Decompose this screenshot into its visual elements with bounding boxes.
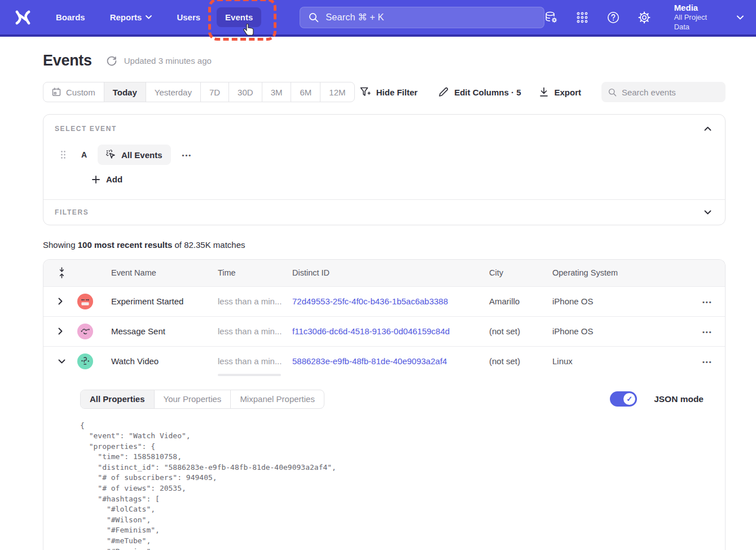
table-row[interactable]: Message Sent less than a min... f11c30d6… xyxy=(43,316,725,346)
expand-row-chevron-right-icon[interactable] xyxy=(58,298,66,305)
nav-item-users[interactable]: Users xyxy=(168,7,209,27)
city-cell: Amarillo xyxy=(489,296,552,306)
date-range-3m[interactable]: 3M xyxy=(262,82,292,102)
date-range-7d[interactable]: 7D xyxy=(201,82,229,102)
mixpanel-logo-icon[interactable] xyxy=(15,10,32,25)
avatar-icon xyxy=(77,294,93,309)
help-icon[interactable] xyxy=(606,11,620,24)
row-more-options-icon[interactable] xyxy=(699,354,716,368)
download-icon xyxy=(539,87,548,97)
chevron-down-icon xyxy=(146,15,152,19)
settings-gear-icon[interactable] xyxy=(638,11,651,24)
event-row-letter: A xyxy=(81,150,88,159)
date-range-custom[interactable]: Custom xyxy=(43,82,104,102)
cursor-pointer-icon xyxy=(243,24,255,37)
global-search-placeholder: Search ⌘ + K xyxy=(326,12,384,23)
collapse-all-rows-icon[interactable] xyxy=(58,267,65,278)
avatar-icon xyxy=(77,324,93,339)
top-nav: Boards Reports Users Events Search ⌘ + K xyxy=(0,0,756,37)
drag-handle-icon[interactable] xyxy=(60,150,66,159)
tab-all-properties[interactable]: All Properties xyxy=(81,390,155,408)
hide-filter-label: Hide Filter xyxy=(376,88,417,97)
nav-item-reports-label: Reports xyxy=(110,12,142,22)
event-json-content: { "event": "Watch Video", "properties": … xyxy=(80,421,714,550)
plus-icon xyxy=(92,176,100,184)
project-selector[interactable]: Media All Project Data xyxy=(674,2,710,32)
project-name: Media xyxy=(674,2,710,14)
date-range-segmented-control: Custom Today Yesterday 7D 30D 3M 6M 12M xyxy=(43,82,355,102)
filter-funnel-icon xyxy=(360,87,371,97)
os-cell: iPhone OS xyxy=(552,326,691,336)
column-header-operating-system[interactable]: Operating System xyxy=(552,268,691,277)
column-header-distinct-id[interactable]: Distinct ID xyxy=(292,268,489,277)
add-event-button[interactable]: Add xyxy=(92,174,122,184)
nav-item-boards[interactable]: Boards xyxy=(47,7,94,27)
search-events-input[interactable] xyxy=(622,88,719,97)
distinct-id-link[interactable]: f11c30d6-dc6d-4518-9136-0d046159c84d xyxy=(292,326,489,336)
expand-filters-chevron-down-icon[interactable] xyxy=(703,209,713,216)
distinct-id-link[interactable]: 72d49553-25fc-4f0c-b436-1b5ac6ab3388 xyxy=(292,296,489,306)
event-name-cell: Watch Video xyxy=(111,356,218,366)
project-chevron-down-icon[interactable] xyxy=(737,15,744,20)
row-more-options-icon[interactable] xyxy=(699,294,716,308)
refresh-icon[interactable] xyxy=(106,55,117,67)
search-events-box[interactable] xyxy=(601,82,726,102)
results-summary-count: 100 most recent results xyxy=(78,240,173,250)
event-detail-panel: All Properties Your Properties Mixpanel … xyxy=(43,376,725,550)
event-selector-pill[interactable]: All Events xyxy=(98,145,171,165)
edit-columns-label: Edit Columns · 5 xyxy=(454,88,521,97)
date-range-6m[interactable]: 6M xyxy=(291,82,320,102)
collapse-row-chevron-down-icon[interactable] xyxy=(58,359,66,364)
avatar-icon xyxy=(77,353,93,369)
nav-item-reports[interactable]: Reports xyxy=(102,7,161,27)
table-row[interactable]: Experiment Started less than a min... 72… xyxy=(43,286,725,316)
date-range-today[interactable]: Today xyxy=(104,82,146,102)
collapse-section-chevron-up-icon[interactable] xyxy=(703,125,713,132)
time-cell: less than a min... xyxy=(218,296,292,306)
table-row-expanded[interactable]: Watch Video less than a min... 5886283e-… xyxy=(43,346,725,376)
column-header-time[interactable]: Time xyxy=(218,268,292,277)
global-search-input[interactable]: Search ⌘ + K xyxy=(300,7,544,28)
tab-your-properties[interactable]: Your Properties xyxy=(155,390,231,408)
row-more-options-icon[interactable] xyxy=(699,324,716,338)
page-title: Events xyxy=(43,52,92,69)
properties-tabs: All Properties Your Properties Mixpanel … xyxy=(80,390,324,409)
horizontal-scrollbar-thumb[interactable] xyxy=(218,374,281,376)
results-summary-prefix: Showing xyxy=(43,240,78,250)
event-more-options-icon[interactable] xyxy=(179,147,196,162)
time-cell: less than a min... xyxy=(218,356,292,366)
json-mode-label: JSON mode xyxy=(654,394,704,404)
hide-filter-button[interactable]: Hide Filter xyxy=(360,87,417,97)
selected-event-name: All Events xyxy=(121,150,162,160)
last-updated-text: Updated 3 minutes ago xyxy=(124,56,212,66)
date-range-yesterday[interactable]: Yesterday xyxy=(146,82,201,102)
distinct-id-link[interactable]: 5886283e-e9fb-48fb-81de-40e9093a2af4 xyxy=(292,356,489,366)
export-label: Export xyxy=(554,88,581,97)
event-click-icon xyxy=(106,150,116,160)
select-event-label: SELECT EVENT xyxy=(55,125,117,133)
event-name-cell: Experiment Started xyxy=(111,296,218,306)
export-button[interactable]: Export xyxy=(539,87,581,97)
column-header-event-name[interactable]: Event Name xyxy=(111,268,218,277)
apps-grid-icon[interactable] xyxy=(575,11,589,24)
results-summary: Showing 100 most recent results of 82.35… xyxy=(43,240,726,250)
events-table: Event Name Time Distinct ID City Operati… xyxy=(43,259,726,550)
calendar-icon xyxy=(52,88,61,97)
json-mode-toggle[interactable] xyxy=(610,391,637,407)
search-icon xyxy=(608,88,617,97)
time-cell: less than a min... xyxy=(218,326,292,336)
date-range-30d[interactable]: 30D xyxy=(229,82,262,102)
tab-mixpanel-properties[interactable]: Mixpanel Properties xyxy=(231,390,324,408)
table-header-row: Event Name Time Distinct ID City Operati… xyxy=(43,260,725,286)
city-cell: (not set) xyxy=(489,356,552,366)
add-event-label: Add xyxy=(106,174,122,184)
edit-columns-button[interactable]: Edit Columns · 5 xyxy=(438,87,521,97)
data-management-icon[interactable] xyxy=(544,11,558,24)
date-range-12m[interactable]: 12M xyxy=(320,82,354,102)
expand-row-chevron-right-icon[interactable] xyxy=(58,328,66,335)
project-subtitle: All Project Data xyxy=(674,13,710,32)
column-header-city[interactable]: City xyxy=(489,268,552,277)
event-name-cell: Message Sent xyxy=(111,326,218,336)
results-summary-suffix: of 82.35K matches xyxy=(172,240,245,250)
city-cell: (not set) xyxy=(489,326,552,336)
